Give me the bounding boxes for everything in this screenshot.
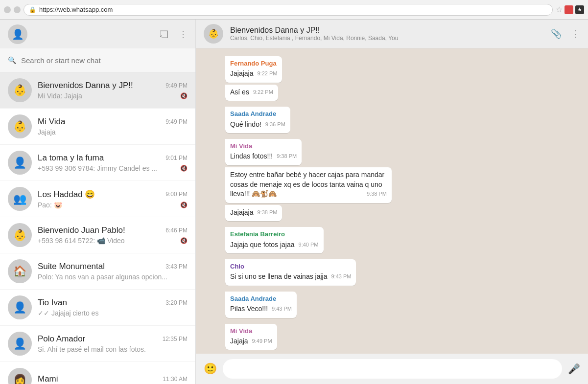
chat-list-item[interactable]: 👤 Tio Ivan 3:20 PM ✓✓ Jajajaj cierto es	[0, 290, 195, 326]
message-bubble: Estefania BarreiroJajaja que fotos jajaa…	[225, 227, 324, 253]
chat-members: Carlos, Chio, Estefania , Fernando, Mi V…	[230, 35, 524, 42]
message-time: 9:40 PM	[299, 241, 319, 248]
chat-item-preview: +593 99 306 9784: Jimmy Candel es ...	[38, 164, 178, 172]
refresh-button[interactable]	[14, 6, 21, 13]
chat-item-avatar: 🏠	[8, 259, 32, 283]
message-time: 9:43 PM	[272, 305, 292, 313]
back-button[interactable]	[4, 6, 11, 13]
chat-panel: 👶 Bienvenidos Danna y JP!! Carlos, Chio,…	[196, 20, 588, 384]
chat-item-time: 3:20 PM	[165, 299, 188, 306]
chat-item-info: Polo Amador 12:35 PM Si. Ahí te pasé el …	[38, 334, 188, 353]
chat-list-item[interactable]: 👩 Mami 11:30 AM	[0, 362, 195, 384]
extension-icon-2[interactable]: ★	[575, 5, 584, 14]
chat-item-time: 9:49 PM	[165, 118, 188, 125]
user-avatar[interactable]: 👤	[8, 24, 27, 44]
new-chat-icon[interactable]	[159, 29, 169, 39]
chat-item-info: Mami 11:30 AM	[38, 374, 188, 384]
emoji-button[interactable]: 🙂	[204, 362, 217, 375]
chat-list: 👶 Bienvenidos Danna y JP!! 9:49 PM Mi Vi…	[0, 72, 195, 384]
chat-item-avatar: 👶	[8, 78, 32, 102]
chat-item-time: 9:01 PM	[165, 155, 188, 161]
chat-item-name: Bienvenidos Danna y JP!!	[38, 81, 133, 90]
chat-item-avatar: 👥	[8, 187, 32, 211]
chat-item-name: Mi Vida	[38, 117, 65, 127]
chat-item-info: La toma y la fuma 9:01 PM +593 99 306 97…	[38, 153, 188, 172]
message-text: Lindas fotos!!!	[230, 152, 273, 160]
browser-chrome: 🔒 https://web.whatsapp.com ☆ ★	[0, 0, 588, 20]
message-group: Saada AndradePilas Veco!!!9:43 PM	[225, 292, 559, 319]
chat-item-info: Mi Vida 9:49 PM Jajaja	[38, 117, 188, 136]
url-text: https://web.whatsapp.com	[39, 6, 113, 13]
message-bubble: Mi VidaLindas fotos!!!9:38 PM	[225, 139, 302, 165]
chat-item-avatar: 👤	[8, 295, 32, 319]
chat-list-item[interactable]: 👶 Bienvenidos Danna y JP!! 9:49 PM Mi Vi…	[0, 72, 195, 109]
message-input[interactable]	[223, 359, 562, 379]
message-group: Mi VidaLindas fotos!!!9:38 PMEstoy entre…	[225, 139, 559, 222]
chat-item-name: Mami	[38, 374, 58, 384]
message-time: 9:49 PM	[252, 338, 272, 345]
message-group: ChioSi si uno se llena de vainas jajja9:…	[225, 259, 559, 287]
chat-title: Bienvenidos Danna y JP!!	[230, 26, 544, 35]
chat-item-info: Suite Monumental 3:43 PM Polo: Ya nos va…	[38, 262, 188, 281]
chat-item-preview: ✓✓ Jajajaj cierto es	[38, 309, 188, 317]
bookmark-icon[interactable]: ☆	[556, 5, 563, 14]
browser-actions: ☆ ★	[556, 5, 584, 14]
mute-icon: 🔇	[180, 202, 188, 208]
message-text: Jajajaja	[230, 208, 253, 216]
chat-item-time: 9:49 PM	[165, 82, 188, 89]
messages-area: Fernando PugaJajajaja9:22 PMAsí es9:22 P…	[196, 48, 588, 354]
message-group: Estefania BarreiroJajaja que fotos jajaa…	[225, 227, 559, 254]
chat-list-item[interactable]: 👤 La toma y la fuma 9:01 PM +593 99 306 …	[0, 145, 195, 181]
chat-list-item[interactable]: 👥 Los Haddad 😄 9:00 PM Pao: 🐷 🔇	[0, 181, 195, 217]
extension-icon-1[interactable]	[564, 5, 573, 14]
message-sender: Mi Vida	[230, 142, 297, 151]
chat-item-name: Tio Ivan	[38, 298, 67, 308]
chat-list-item[interactable]: 👶 Bienvenido Juan Pablo! 6:46 PM +593 98…	[0, 217, 195, 253]
chat-menu-icon[interactable]: ⋮	[571, 28, 580, 39]
message-bubble: Fernando PugaJajajaja9:22 PM	[225, 56, 282, 83]
chat-item-preview: Mi Vida: Jajaja	[38, 92, 178, 100]
message-sender: Mi Vida	[230, 327, 272, 336]
message-text: Si si uno se llena de vainas jajja	[230, 272, 327, 280]
chat-item-avatar: 👤	[8, 332, 32, 356]
message-bubble: Estoy entre bañar bebé y hacer cajas par…	[225, 167, 392, 203]
message-text: Pilas Veco!!!	[230, 305, 268, 313]
chat-item-time: 11:30 AM	[163, 376, 188, 383]
message-bubble: Jajajaja9:38 PM	[225, 205, 282, 222]
message-group: Fernando PugaJajajaja9:22 PMAsí es9:22 P…	[225, 56, 559, 102]
address-bar[interactable]: 🔒 https://web.whatsapp.com	[24, 4, 553, 16]
chat-list-item[interactable]: 👤 Polo Amador 12:35 PM Si. Ahí te pasé e…	[0, 326, 195, 362]
search-icon: 🔍	[8, 56, 16, 64]
lock-icon: 🔒	[29, 6, 36, 13]
message-bubble: Saada AndradeQué lindo!9:36 PM	[225, 107, 290, 133]
message-sender: Saada Andrade	[230, 294, 292, 303]
mute-icon: 🔇	[180, 92, 188, 99]
chat-header-avatar[interactable]: 👶	[204, 24, 223, 44]
message-sender: Estefania Barreiro	[230, 230, 319, 239]
chat-item-info: Bienvenido Juan Pablo! 6:46 PM +593 98 6…	[38, 226, 188, 245]
message-text: Así es	[230, 88, 249, 96]
search-input[interactable]	[21, 56, 188, 65]
message-time: 9:38 PM	[367, 190, 387, 198]
chat-list-item[interactable]: 🏠 Suite Monumental 3:43 PM Polo: Ya nos …	[0, 253, 195, 290]
attach-icon[interactable]: 📎	[551, 28, 562, 39]
message-time: 9:22 PM	[253, 89, 273, 96]
message-bubble: Saada AndradePilas Veco!!!9:43 PM	[225, 292, 297, 318]
menu-icon[interactable]: ⋮	[179, 29, 188, 40]
chat-header-icons: 📎 ⋮	[551, 28, 580, 39]
chat-item-name: La toma y la fuma	[38, 153, 104, 163]
chat-item-preview: Pao: 🐷	[38, 201, 178, 209]
message-text: Estoy entre bañar bebé y hacer cajas par…	[230, 171, 384, 198]
message-bubble: ChioSi si uno se llena de vainas jajja9:…	[225, 259, 356, 286]
chat-list-item[interactable]: 👶 Mi Vida 9:49 PM Jajaja	[0, 109, 195, 145]
chat-header-info: Bienvenidos Danna y JP!! Carlos, Chio, E…	[230, 26, 544, 42]
message-bubble: Mi VidaJajaja9:49 PM	[225, 324, 277, 350]
mic-button[interactable]: 🎤	[568, 363, 580, 375]
mute-icon: 🔇	[180, 165, 188, 172]
sidebar: 👤 ⋮ 🔍 👶 Bienvenidos Danna y JP!! 9:49 PM	[0, 20, 196, 384]
chat-item-time: 6:46 PM	[165, 227, 188, 234]
chat-item-time: 3:43 PM	[165, 263, 188, 270]
chat-item-preview: Polo: Ya nos van a pasar algunas opcion.…	[38, 273, 188, 281]
message-group: Mi VidaJajaja9:49 PM	[225, 324, 559, 351]
input-area: 🙂 🎤	[196, 354, 588, 384]
